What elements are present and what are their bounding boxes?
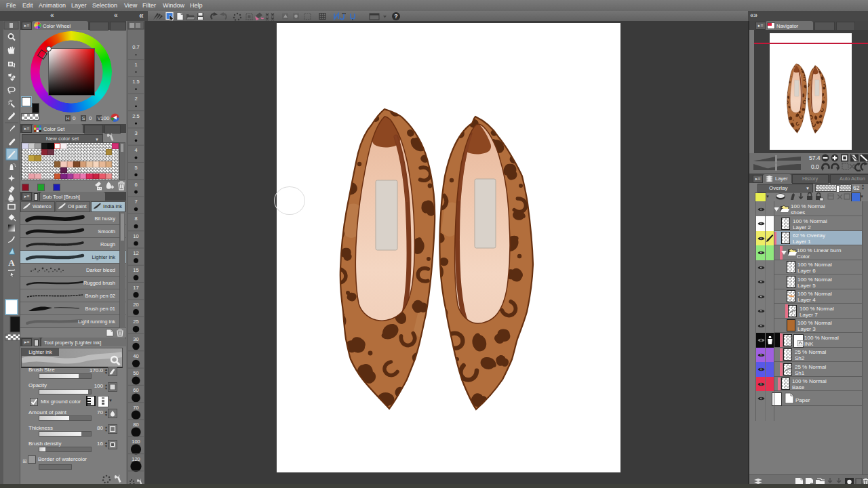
svg-text:1: 1 <box>134 62 137 68</box>
svg-text:2: 2 <box>134 96 137 102</box>
svg-text:5: 5 <box>134 165 137 171</box>
svg-text:50: 50 <box>133 370 138 376</box>
svg-text:30: 30 <box>133 336 138 342</box>
svg-text:20: 20 <box>133 302 138 308</box>
svg-text:17: 17 <box>133 285 138 291</box>
svg-text:70: 70 <box>133 405 138 411</box>
svg-text:100: 100 <box>132 439 140 445</box>
svg-text:40: 40 <box>133 353 138 359</box>
svg-text:A: A <box>8 258 15 268</box>
svg-text:4: 4 <box>134 147 137 153</box>
svg-text:60: 60 <box>133 387 138 393</box>
svg-text:12: 12 <box>133 250 138 256</box>
svg-text:?: ? <box>394 13 398 20</box>
svg-text:15: 15 <box>133 267 138 273</box>
svg-text:7: 7 <box>134 199 137 205</box>
svg-text:0.7: 0.7 <box>132 44 139 50</box>
svg-text:25: 25 <box>133 319 138 325</box>
svg-text:3: 3 <box>134 130 137 136</box>
svg-text:10: 10 <box>133 233 138 239</box>
svg-text:8: 8 <box>134 216 137 222</box>
svg-text:80: 80 <box>133 422 138 428</box>
svg-text:1.5: 1.5 <box>132 79 139 85</box>
svg-text:6: 6 <box>134 182 137 188</box>
svg-text:2.5: 2.5 <box>132 113 139 119</box>
